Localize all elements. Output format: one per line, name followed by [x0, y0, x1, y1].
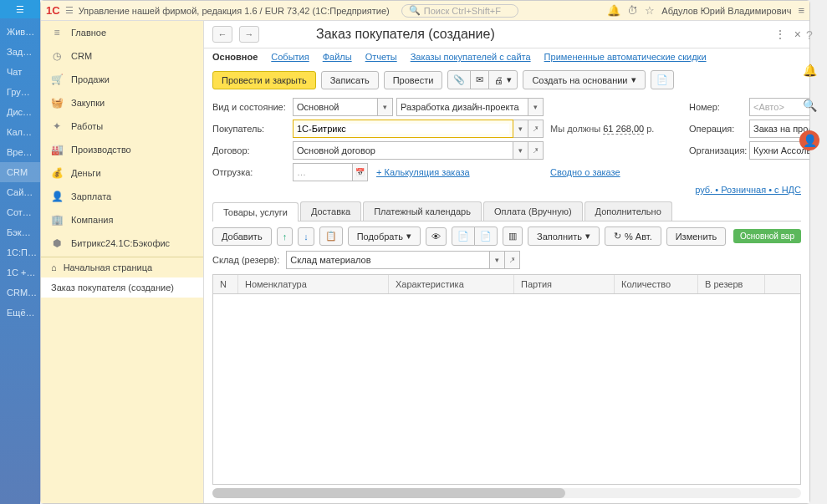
- create-based-on-button[interactable]: Создать на основании ▾: [523, 70, 645, 89]
- shipment-date-field[interactable]: …: [293, 163, 353, 181]
- bx-item[interactable]: 1С:П…: [0, 242, 40, 262]
- column-header[interactable]: N: [213, 275, 238, 293]
- notifications-icon[interactable]: 🔔: [799, 60, 819, 80]
- column-header[interactable]: Количество: [615, 275, 698, 293]
- kind-field[interactable]: Основной: [293, 98, 378, 116]
- bx-item[interactable]: CRM: [0, 162, 40, 182]
- bx-item[interactable]: Дис…: [0, 102, 40, 122]
- shipment-date-picker[interactable]: 📅: [353, 163, 368, 181]
- bx-item[interactable]: Бэк…: [0, 222, 40, 242]
- move-up-button[interactable]: ↑: [277, 227, 294, 246]
- barcode-button[interactable]: ▥: [503, 227, 523, 246]
- current-user[interactable]: Абдулов Юрий Владимирович: [661, 6, 791, 16]
- more-actions-icon[interactable]: ⋮: [774, 28, 786, 41]
- paste-clipboard-button[interactable]: 📄: [474, 227, 498, 246]
- scrollbar-thumb[interactable]: [212, 488, 565, 498]
- add-row-button[interactable]: Добавить: [212, 227, 272, 246]
- stock-open[interactable]: ⭷: [505, 251, 520, 269]
- section-item[interactable]: ≡Главное: [41, 21, 203, 44]
- help-icon[interactable]: ?: [799, 25, 819, 45]
- section-item[interactable]: ⬢Битрикс24.1С:Бэкофис: [41, 232, 203, 255]
- linktab[interactable]: Отчеты: [365, 52, 397, 62]
- nav-forward-button[interactable]: →: [239, 26, 259, 43]
- auto-discount-button[interactable]: ↻ % Авт.: [605, 227, 661, 246]
- bx-item[interactable]: Зад…: [0, 42, 40, 62]
- nav-open-doc[interactable]: Заказ покупателя (создание): [41, 277, 203, 298]
- post-button[interactable]: Провести: [384, 71, 443, 89]
- calculation-link[interactable]: + Калькуляция заказа: [376, 167, 470, 177]
- bx-item[interactable]: Чат: [0, 62, 40, 82]
- linktab[interactable]: События: [271, 52, 309, 62]
- global-search[interactable]: 🔍 Поиск Ctrl+Shift+F: [401, 4, 518, 18]
- settings-icon[interactable]: ≡: [798, 4, 804, 17]
- contract-field[interactable]: Основной договор: [293, 141, 513, 160]
- bx-item[interactable]: CRM…: [0, 283, 40, 303]
- bx-item[interactable]: Вре…: [0, 142, 40, 162]
- linktab[interactable]: Примененные автоматические скидки: [544, 52, 707, 62]
- linktab[interactable]: Заказы покупателей с сайта: [411, 52, 531, 62]
- column-header[interactable]: Номенклатура: [238, 275, 389, 293]
- contract-dropdown[interactable]: ▾: [513, 141, 528, 160]
- change-rows-button[interactable]: Изменить: [666, 227, 727, 246]
- structure-button[interactable]: 📄: [651, 70, 674, 89]
- section-item[interactable]: ✦Работы: [41, 115, 203, 138]
- section-item[interactable]: 🛒Продажи: [41, 68, 203, 91]
- kind-dropdown[interactable]: ▾: [378, 98, 393, 116]
- subtab[interactable]: Дополнительно: [585, 201, 672, 221]
- section-item[interactable]: 👤Зарплата: [41, 185, 203, 208]
- pick-button[interactable]: Подобрать ▾: [348, 227, 421, 246]
- stock-field[interactable]: Склад материалов: [286, 251, 490, 269]
- section-item[interactable]: ◷CRM: [41, 44, 203, 68]
- attach-button[interactable]: 📎: [447, 70, 471, 89]
- main-menu-icon[interactable]: ☰: [65, 5, 74, 16]
- nav-home[interactable]: ⌂ Начальная страница: [41, 257, 203, 277]
- bx-item[interactable]: Кал…: [0, 122, 40, 142]
- section-item[interactable]: 🏭Производство: [41, 138, 203, 161]
- bx-item[interactable]: Ещё…: [0, 303, 40, 323]
- section-item[interactable]: 💰Деньги: [41, 161, 203, 185]
- buyer-open[interactable]: ⭷: [528, 120, 544, 138]
- nav-back-button[interactable]: ←: [212, 26, 232, 43]
- print-button[interactable]: 🖨▾: [488, 70, 518, 89]
- bell-icon[interactable]: 🔔: [607, 4, 620, 17]
- column-header[interactable]: Партия: [514, 275, 615, 293]
- section-item[interactable]: 🧺Закупки: [41, 91, 203, 115]
- buyer-dropdown[interactable]: ▾: [513, 120, 528, 138]
- subtab[interactable]: Оплата (Вручную): [483, 201, 583, 221]
- move-down-button[interactable]: ↓: [298, 227, 314, 246]
- bx-item[interactable]: Сай…: [0, 182, 40, 202]
- contract-open[interactable]: ⭷: [528, 141, 544, 160]
- currency-price-link[interactable]: руб. • Розничная • с НДС: [695, 185, 801, 195]
- stock-dropdown[interactable]: ▾: [490, 251, 505, 269]
- post-and-close-button[interactable]: Провести и закрыть: [212, 71, 316, 89]
- state-field[interactable]: Разработка дизайн-проекта: [396, 98, 528, 116]
- bx-item[interactable]: Сот…: [0, 202, 40, 222]
- subtab[interactable]: Товары, услуги: [212, 202, 299, 221]
- search-panel-icon[interactable]: 🔍: [799, 95, 819, 115]
- linktab[interactable]: Основное: [212, 52, 258, 62]
- linktab[interactable]: Файлы: [323, 52, 352, 62]
- history-icon[interactable]: ⏱: [627, 4, 638, 17]
- copy-clipboard-button[interactable]: 📄: [452, 227, 475, 246]
- avatar[interactable]: 👤: [799, 130, 819, 150]
- subtab[interactable]: Платежный календарь: [363, 201, 482, 221]
- subtab[interactable]: Доставка: [300, 201, 361, 221]
- table-body[interactable]: [213, 294, 800, 484]
- summary-link[interactable]: Сводно о заказе: [550, 167, 620, 177]
- bx-item[interactable]: 1С +…: [0, 262, 40, 283]
- write-button[interactable]: Записать: [321, 71, 379, 89]
- star-icon[interactable]: ☆: [645, 4, 655, 17]
- view-button[interactable]: 👁: [426, 227, 447, 246]
- variant-badge[interactable]: Основной вар: [733, 229, 801, 243]
- column-header[interactable]: Характеристика: [389, 275, 514, 293]
- buyer-field[interactable]: [293, 120, 513, 138]
- copy-rows-button[interactable]: 📋: [319, 227, 343, 246]
- section-item[interactable]: 🏢Компания: [41, 208, 203, 232]
- bx-menu-toggle[interactable]: ☰: [0, 0, 40, 18]
- fill-button[interactable]: Заполнить ▾: [528, 227, 600, 246]
- horizontal-scrollbar[interactable]: [212, 488, 801, 498]
- state-dropdown[interactable]: ▾: [528, 98, 544, 116]
- column-header[interactable]: В резерв: [698, 275, 765, 293]
- bx-item[interactable]: Гру…: [0, 82, 40, 102]
- bx-item[interactable]: Жив…: [0, 22, 40, 42]
